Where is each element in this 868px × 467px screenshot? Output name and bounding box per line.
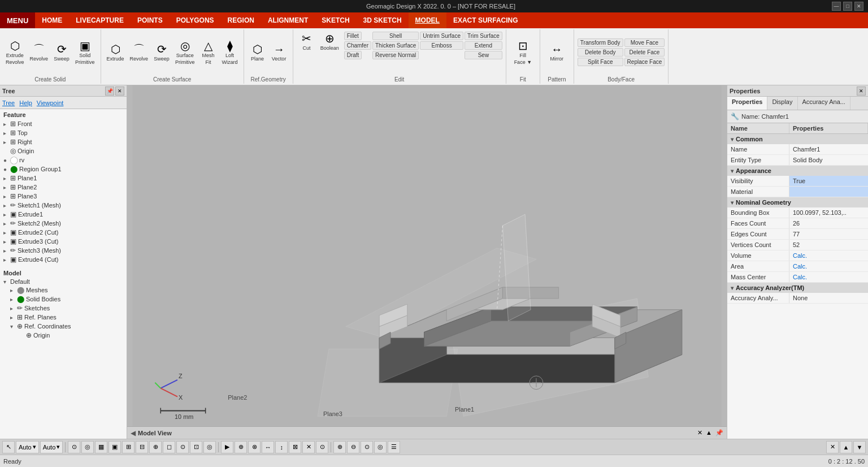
right-tab-display[interactable]: Display: [767, 97, 797, 110]
mv-close[interactable]: ✕: [697, 429, 702, 436]
ribbon-btn-chamfer[interactable]: Chamfer: [344, 41, 371, 50]
tree-item-sketch3[interactable]: ▸ ✏ Sketch3 (Mesh): [1, 246, 125, 255]
tree-item-right[interactable]: ▸ ⊞ Right: [1, 137, 125, 146]
bt-vp-close[interactable]: ✕: [826, 441, 839, 453]
prop-val-area[interactable]: Calc.: [789, 261, 868, 271]
ribbon-btn-revolve[interactable]: ⌒ Revolve: [28, 42, 51, 63]
bt-btn-5[interactable]: ⊞: [122, 441, 134, 453]
tree-item-plane2[interactable]: ▸ ⊞ Plane2: [1, 183, 125, 192]
ribbon-btn-shell[interactable]: Shell: [372, 32, 419, 40]
bt-btn-23[interactable]: ◎: [374, 441, 387, 453]
ribbon-btn-loft-wizard[interactable]: ⧫ Loft Wizard: [220, 39, 240, 66]
tree-tab-tree[interactable]: Tree: [2, 100, 15, 106]
bt-vp-up[interactable]: ▲: [840, 441, 852, 453]
tree-item-sketch1[interactable]: ▸ ✏ Sketch1 (Mesh): [1, 201, 125, 210]
bt-btn-16[interactable]: ↕: [275, 441, 288, 453]
tree-item-extrude4[interactable]: ▸ ▣ Extrude4 (Cut): [1, 255, 125, 264]
menu-item-livecapture[interactable]: LIVECAPTURE: [69, 12, 131, 28]
ribbon-btn-delete-body[interactable]: Delete Body: [578, 48, 623, 57]
bt-btn-9[interactable]: ⊙: [176, 441, 189, 453]
panel-pin-btn[interactable]: 📌: [105, 87, 114, 96]
right-panel-close[interactable]: ✕: [857, 87, 866, 96]
mv-arrow-left[interactable]: ◀: [131, 429, 136, 437]
tree-item-rv[interactable]: ● ⬤ rv: [1, 155, 125, 165]
bt-btn-10[interactable]: ⊡: [190, 441, 202, 453]
bt-btn-14[interactable]: ⊗: [248, 441, 261, 453]
bt-btn-12[interactable]: ▶: [221, 441, 233, 453]
tree-item-sketches[interactable]: ▸ ✏ Sketches: [1, 304, 125, 313]
ribbon-btn-mesh-fit[interactable]: △ Mesh Fit: [198, 39, 219, 66]
mv-pin[interactable]: 📌: [715, 429, 723, 436]
menu-item-exact-surfacing[interactable]: EXACT SURFACING: [446, 12, 525, 28]
right-tab-properties[interactable]: Properties: [727, 97, 767, 110]
ribbon-btn-boolean[interactable]: ⊕ Boolean: [318, 32, 341, 52]
ribbon-btn-solid-primitive[interactable]: ▣ Solid Primitive: [73, 39, 97, 66]
viewport[interactable]: ⬤ □ ◎ ⊞ ⊡ ⊟ ⊞ ▦ ↔ ✕ △ ○ ◻ ↺ ↻ ⊙ ⊕ ⊗ ⟳ ☰: [127, 85, 727, 439]
bt-btn-1[interactable]: ⊙: [68, 441, 80, 453]
tree-item-plane1[interactable]: ▸ ⊞ Plane1: [1, 174, 125, 183]
bt-btn-2[interactable]: ◎: [81, 441, 94, 453]
ribbon-btn-fill-face[interactable]: ⊡ Fill Face ▼: [512, 39, 534, 66]
menu-item-polygons[interactable]: POLYGONS: [170, 12, 221, 28]
bt-btn-20[interactable]: ⊕: [333, 441, 346, 453]
tree-item-region-group1[interactable]: ● ⬤ Region Group1: [1, 165, 125, 174]
ribbon-btn-extrude-surface[interactable]: ⬡ Extrude: [105, 42, 127, 63]
ribbon-btn-sweep[interactable]: ⟳ Sweep: [51, 42, 72, 63]
bt-btn-11[interactable]: ◎: [203, 441, 216, 453]
ribbon-btn-extend[interactable]: Extend: [465, 41, 502, 50]
tree-tab-viewpoint[interactable]: Viewpoint: [37, 100, 64, 106]
menu-item-region[interactable]: REGION: [221, 12, 261, 28]
menu-item-alignment[interactable]: ALIGNMENT: [261, 12, 315, 28]
tree-item-plane3[interactable]: ▸ ⊞ Plane3: [1, 192, 125, 201]
menu-item-points[interactable]: POINTS: [131, 12, 170, 28]
minimize-btn[interactable]: —: [832, 2, 841, 11]
tree-item-extrude1[interactable]: ▸ ▣ Extrude1: [1, 210, 125, 219]
bt-vp-down[interactable]: ▼: [853, 441, 866, 453]
ribbon-btn-extrude-revolve[interactable]: ⬡ Extrude Revolve: [3, 39, 27, 66]
ribbon-btn-split-face[interactable]: Split Face: [578, 58, 623, 66]
ribbon-btn-trim-surface[interactable]: Trim Surface: [465, 32, 502, 40]
tree-item-top[interactable]: ▸ ⊞ Top: [1, 128, 125, 137]
menu-item-3dsketch[interactable]: 3D SKETCH: [357, 12, 409, 28]
bt-btn-3[interactable]: ▦: [95, 441, 107, 453]
ribbon-btn-surface-primitive[interactable]: ◎ Surface Primitive: [173, 39, 197, 66]
tree-item-solid-bodies[interactable]: ▸ ⬤ Solid Bodies: [1, 295, 125, 304]
prop-val-volume[interactable]: Calc.: [789, 250, 868, 261]
ribbon-btn-revolve-surface[interactable]: ⌒ Revolve: [128, 42, 151, 63]
ribbon-btn-delete-face[interactable]: Delete Face: [624, 48, 665, 57]
tree-item-default[interactable]: ▾ Default: [1, 278, 125, 286]
bt-btn-21[interactable]: ⊖: [347, 441, 359, 453]
tree-item-extrude2[interactable]: ▸ ▣ Extrude2 (Cut): [1, 228, 125, 237]
bt-btn-7[interactable]: ⊕: [149, 441, 162, 453]
ribbon-btn-mirror[interactable]: ↔ Mirror: [546, 42, 567, 63]
ribbon-btn-untrim[interactable]: Untrim Surface: [420, 32, 463, 40]
ribbon-btn-draft[interactable]: Draft: [344, 51, 362, 59]
tree-item-sketch2[interactable]: ▸ ✏ Sketch2 (Mesh): [1, 219, 125, 228]
ribbon-btn-cut[interactable]: ✂ Cut: [297, 32, 317, 52]
bt-btn-8[interactable]: ◻: [163, 441, 175, 453]
tree-item-extrude3[interactable]: ▸ ▣ Extrude3 (Cut): [1, 237, 125, 246]
ribbon-btn-thicken[interactable]: Thicken Surface: [372, 41, 419, 50]
ribbon-btn-sweep-surface[interactable]: ⟳ Sweep: [151, 42, 172, 63]
ribbon-btn-plane[interactable]: ⬡ Plane: [248, 42, 268, 63]
tree-item-ref-planes[interactable]: ▸ ⊞ Ref. Planes: [1, 313, 125, 322]
menu-item-sketch[interactable]: SKETCH: [315, 12, 356, 28]
tree-item-coord-origin[interactable]: ⊕ Origin: [1, 331, 125, 340]
ribbon-btn-emboss[interactable]: Emboss: [420, 41, 463, 50]
bt-btn-19[interactable]: ⊙: [316, 441, 328, 453]
bt-btn-17[interactable]: ⊠: [289, 441, 301, 453]
ribbon-btn-transform-body[interactable]: Transform Body: [578, 38, 623, 47]
bt-btn-24[interactable]: ☰: [388, 441, 400, 453]
bt-btn-4[interactable]: ▣: [108, 441, 121, 453]
tree-item-origin[interactable]: ◎ Origin: [1, 146, 125, 155]
tree-item-meshes[interactable]: ▸ ⬤ Meshes: [1, 286, 125, 295]
ribbon-btn-move-face[interactable]: Move Face: [624, 38, 665, 47]
ribbon-btn-vector[interactable]: → Vector: [269, 42, 289, 63]
bt-btn-6[interactable]: ⊟: [136, 441, 148, 453]
ribbon-btn-replace-face[interactable]: Replace Face: [624, 58, 665, 66]
bt-btn-18[interactable]: ✕: [302, 441, 315, 453]
tree-item-ref-coordinates[interactable]: ▾ ⊕ Ref. Coordinates: [1, 322, 125, 331]
right-tab-accuracy[interactable]: Accuracy Ana...: [798, 97, 850, 110]
mv-expand[interactable]: ▲: [706, 429, 712, 436]
bt-btn-13[interactable]: ⊕: [235, 441, 247, 453]
